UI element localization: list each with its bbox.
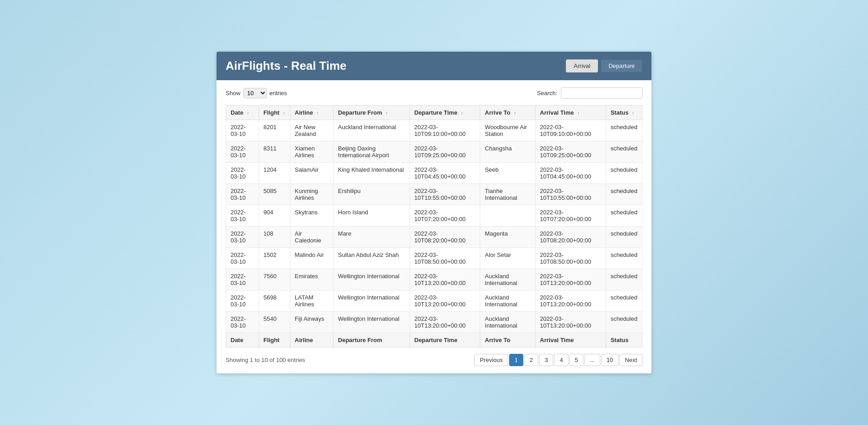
cell-date: 2022-03-10 bbox=[226, 290, 259, 312]
col-arrival-time[interactable]: Arrival Time ↕ bbox=[535, 106, 606, 120]
cell-departure_from: Ershilipu bbox=[333, 184, 410, 205]
departure-button[interactable]: Departure bbox=[601, 59, 642, 72]
show-entries-control: Show 10 25 50 100 entries bbox=[226, 88, 287, 98]
cell-date: 2022-03-10 bbox=[226, 269, 259, 290]
cell-status: scheduled bbox=[606, 312, 642, 333]
cell-flight: 904 bbox=[259, 205, 290, 227]
cell-arrival_time: 2022-03-10T07:20:00+00:00 bbox=[535, 205, 606, 227]
flights-table: Date ↕ Flight ↕ Airline ↕ Departure From… bbox=[226, 105, 642, 348]
cell-departure_time: 2022-03-10T04:45:00+00:00 bbox=[410, 163, 480, 184]
previous-button[interactable]: Previous bbox=[474, 354, 508, 366]
cell-status: scheduled bbox=[606, 269, 642, 290]
col-flight[interactable]: Flight ↕ bbox=[259, 106, 290, 120]
footer-col-airline: Airline bbox=[290, 333, 333, 348]
header-buttons: Arrival Departure bbox=[566, 59, 642, 72]
cell-date: 2022-03-10 bbox=[226, 120, 259, 141]
col-departure-from[interactable]: Departure From ↕ bbox=[333, 106, 410, 120]
cell-status: scheduled bbox=[606, 205, 642, 227]
sort-icon-airline: ↕ bbox=[317, 111, 319, 116]
arrival-button[interactable]: Arrival bbox=[566, 59, 598, 72]
cell-arrival_time: 2022-03-10T08:20:00+00:00 bbox=[535, 227, 606, 248]
cell-arrive_to: Auckland International bbox=[480, 312, 535, 333]
cell-airline: SalamAir bbox=[290, 163, 333, 184]
cell-status: scheduled bbox=[606, 141, 642, 163]
cell-departure_from: Horn Island bbox=[333, 205, 410, 227]
col-status[interactable]: Status ↕ bbox=[606, 106, 642, 120]
cell-airline: Fiji Airways bbox=[290, 312, 333, 333]
sort-icon-status: ↕ bbox=[632, 111, 634, 116]
col-airline[interactable]: Airline ↕ bbox=[290, 106, 333, 120]
cell-arrive_to: Magenta bbox=[480, 227, 535, 248]
search-area: Search: bbox=[537, 87, 642, 99]
cell-arrive_to bbox=[480, 205, 535, 227]
table-row: 2022-03-101502Malindo AirSultan Abdul Az… bbox=[226, 248, 642, 269]
search-input[interactable] bbox=[561, 87, 642, 99]
col-departure-time[interactable]: Departure Time ↕ bbox=[410, 106, 480, 120]
col-arrive-to[interactable]: Arrive To ↕ bbox=[480, 106, 535, 120]
cell-departure_time: 2022-03-10T08:20:00+00:00 bbox=[410, 227, 480, 248]
cell-date: 2022-03-10 bbox=[226, 227, 259, 248]
footer-col-departure-time: Departure Time bbox=[410, 333, 480, 348]
table-row: 2022-03-10904SkytransHorn Island2022-03-… bbox=[226, 205, 642, 227]
cell-date: 2022-03-10 bbox=[226, 248, 259, 269]
cell-departure_from: Auckland International bbox=[333, 120, 410, 141]
cell-flight: 5085 bbox=[259, 184, 290, 205]
footer-col-flight: Flight bbox=[259, 333, 290, 348]
show-label: Show bbox=[226, 90, 241, 97]
sort-icon-arr-time: ↕ bbox=[577, 111, 579, 116]
sort-icon-arrive-to: ↕ bbox=[514, 111, 516, 116]
cell-departure_from: Wellington International bbox=[333, 312, 410, 333]
page-3-button[interactable]: 3 bbox=[539, 354, 553, 366]
sort-icon-dep-from: ↕ bbox=[386, 111, 388, 116]
cell-status: scheduled bbox=[606, 163, 642, 184]
cell-status: scheduled bbox=[606, 227, 642, 248]
table-row: 2022-03-101204SalamAirKing Khaled Intern… bbox=[226, 163, 642, 184]
cell-flight: 8201 bbox=[259, 120, 290, 141]
col-date[interactable]: Date ↕ bbox=[226, 106, 259, 120]
entries-label: entries bbox=[270, 90, 287, 97]
cell-arrival_time: 2022-03-10T09:25:00+00:00 bbox=[535, 141, 606, 163]
table-row: 2022-03-105540Fiji AirwaysWellington Int… bbox=[226, 312, 642, 333]
cell-departure_time: 2022-03-10T10:55:00+00:00 bbox=[410, 184, 480, 205]
cell-flight: 108 bbox=[259, 227, 290, 248]
cell-airline: Air Caledonie bbox=[290, 227, 333, 248]
cell-arrive_to: Seeb bbox=[480, 163, 535, 184]
cell-status: scheduled bbox=[606, 120, 642, 141]
cell-status: scheduled bbox=[606, 248, 642, 269]
cell-flight: 1502 bbox=[259, 248, 290, 269]
pagination: Previous 1 2 3 4 5 ... 10 Next bbox=[474, 354, 642, 366]
footer-col-date: Date bbox=[226, 333, 259, 348]
table-footer: Showing 1 to 10 of 100 entries Previous … bbox=[226, 354, 642, 366]
cell-flight: 7560 bbox=[259, 269, 290, 290]
app-title: AirFlights - Real Time bbox=[226, 59, 347, 73]
cell-departure_from: Wellington International bbox=[333, 290, 410, 312]
cell-date: 2022-03-10 bbox=[226, 163, 259, 184]
cell-arrive_to: Changsha bbox=[480, 141, 535, 163]
toolbar: Show 10 25 50 100 entries Search: bbox=[226, 87, 642, 99]
search-label: Search: bbox=[537, 90, 557, 97]
header: AirFlights - Real Time Arrival Departure bbox=[217, 52, 651, 80]
cell-arrival_time: 2022-03-10T08:50:00+00:00 bbox=[535, 248, 606, 269]
footer-col-arrival-time: Arrival Time bbox=[535, 333, 606, 348]
page-5-button[interactable]: 5 bbox=[569, 354, 583, 366]
cell-departure_time: 2022-03-10T09:10:00+00:00 bbox=[410, 120, 480, 141]
footer-col-status: Status bbox=[606, 333, 642, 348]
entries-select[interactable]: 10 25 50 100 bbox=[243, 88, 267, 98]
cell-departure_from: Wellington International bbox=[333, 269, 410, 290]
cell-arrival_time: 2022-03-10T13:20:00+00:00 bbox=[535, 290, 606, 312]
cell-flight: 5540 bbox=[259, 312, 290, 333]
table-row: 2022-03-105698LATAM AirlinesWellington I… bbox=[226, 290, 642, 312]
next-button[interactable]: Next bbox=[619, 354, 642, 366]
content-area: Show 10 25 50 100 entries Search: Date ↕… bbox=[217, 80, 651, 373]
table-row: 2022-03-105085Kunming AirlinesErshilipu2… bbox=[226, 184, 642, 205]
page-4-button[interactable]: 4 bbox=[554, 354, 568, 366]
cell-departure_time: 2022-03-10T13:20:00+00:00 bbox=[410, 269, 480, 290]
cell-arrival_time: 2022-03-10T13:20:00+00:00 bbox=[535, 269, 606, 290]
page-2-button[interactable]: 2 bbox=[524, 354, 538, 366]
cell-departure_time: 2022-03-10T07:20:00+00:00 bbox=[410, 205, 480, 227]
cell-arrival_time: 2022-03-10T10:55:00+00:00 bbox=[535, 184, 606, 205]
cell-airline: LATAM Airlines bbox=[290, 290, 333, 312]
cell-flight: 5698 bbox=[259, 290, 290, 312]
page-1-button[interactable]: 1 bbox=[509, 354, 523, 366]
page-10-button[interactable]: 10 bbox=[601, 354, 618, 366]
